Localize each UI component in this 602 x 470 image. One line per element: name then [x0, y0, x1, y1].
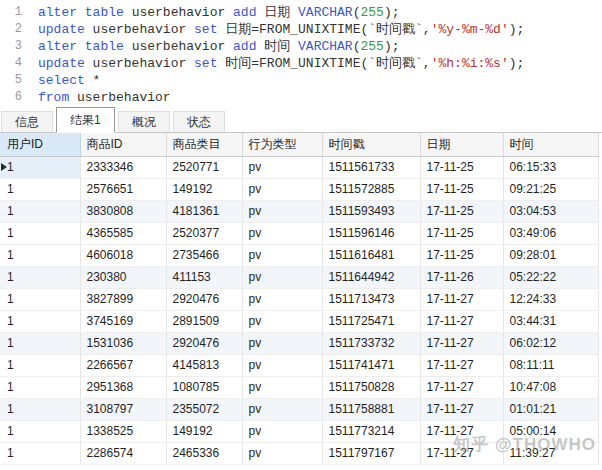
table-cell[interactable]: pv [242, 288, 322, 310]
table-row[interactable]: 138308084181361pv151159349317-11-2503:04… [0, 200, 598, 222]
table-row[interactable]: 122665674145813pv151174147117-11-2708:11… [0, 354, 598, 376]
table-cell[interactable]: 3830808 [80, 200, 166, 222]
table-cell[interactable]: 1511758881 [322, 398, 420, 420]
table-cell[interactable]: 17-11-27 [420, 376, 503, 398]
tab-概况[interactable]: 概况 [118, 111, 170, 132]
table-cell[interactable]: 1511561733 [322, 156, 420, 178]
table-cell[interactable]: 2333346 [80, 156, 166, 178]
tab-结果1[interactable]: 结果1 [56, 107, 115, 133]
table-cell[interactable]: 411153 [166, 266, 242, 288]
table-cell[interactable]: 06:15:33 [503, 156, 598, 178]
table-cell[interactable]: 17-11-25 [420, 244, 503, 266]
table-row[interactable]: 143655852520377pv151159614617-11-2503:49… [0, 222, 598, 244]
table-row[interactable]: 11338525149192pv151177321417-11-2705:00:… [0, 420, 598, 442]
table-cell[interactable]: 1 [0, 398, 80, 420]
table-cell[interactable]: 1 [0, 156, 80, 178]
table-cell[interactable]: 3745169 [80, 310, 166, 332]
table-cell[interactable]: 08:11:11 [503, 354, 598, 376]
table-cell[interactable]: 10:47:08 [503, 376, 598, 398]
table-cell[interactable]: 1511773214 [322, 420, 420, 442]
table-row[interactable]: 1230380411153pv151164494217-11-2605:22:2… [0, 266, 598, 288]
table-cell[interactable]: 1 [0, 244, 80, 266]
table-row[interactable]: 146060182735466pv151161648117-11-2509:28… [0, 244, 598, 266]
table-row[interactable]: 129513681080785pv151175082817-11-2710:47… [0, 376, 598, 398]
column-header-用户ID[interactable]: 用户ID [0, 133, 80, 156]
table-cell[interactable]: pv [242, 244, 322, 266]
table-row[interactable]: 12576651149192pv151157288517-11-2509:21:… [0, 178, 598, 200]
table-cell[interactable]: 2576651 [80, 178, 166, 200]
table-cell[interactable]: pv [242, 420, 322, 442]
table-cell[interactable]: 17-11-27 [420, 354, 503, 376]
table-cell[interactable]: 2920476 [166, 288, 242, 310]
table-cell[interactable]: pv [242, 222, 322, 244]
table-cell[interactable]: 1511713473 [322, 288, 420, 310]
table-cell[interactable]: 1511593493 [322, 200, 420, 222]
table-cell[interactable]: pv [242, 178, 322, 200]
table-cell[interactable]: 12:24:33 [503, 288, 598, 310]
table-cell[interactable]: 1338525 [80, 420, 166, 442]
table-cell[interactable]: 01:01:21 [503, 398, 598, 420]
table-cell[interactable]: 2355072 [166, 398, 242, 420]
table-cell[interactable]: 1511797167 [322, 442, 420, 464]
table-row[interactable]: 131087972355072pv151175888117-11-2701:01… [0, 398, 598, 420]
table-cell[interactable]: 05:22:22 [503, 266, 598, 288]
column-header-时间[interactable]: 时间 [503, 133, 598, 156]
table-cell[interactable]: 2891509 [166, 310, 242, 332]
table-cell[interactable]: pv [242, 354, 322, 376]
table-cell[interactable]: 2465336 [166, 442, 242, 464]
table-cell[interactable]: 1511725471 [322, 310, 420, 332]
table-cell[interactable]: 1 [0, 442, 80, 464]
table-row[interactable]: 137451692891509pv151172547117-11-2703:44… [0, 310, 598, 332]
table-cell[interactable]: 03:44:31 [503, 310, 598, 332]
table-cell[interactable]: 1 [0, 222, 80, 244]
table-cell[interactable]: 4606018 [80, 244, 166, 266]
column-header-日期[interactable]: 日期 [420, 133, 503, 156]
column-header-行为类型[interactable]: 行为类型 [242, 133, 322, 156]
table-cell[interactable]: pv [242, 156, 322, 178]
table-cell[interactable]: pv [242, 200, 322, 222]
table-cell[interactable]: 17-11-25 [420, 200, 503, 222]
table-cell[interactable]: 4145813 [166, 354, 242, 376]
table-cell[interactable]: 17-11-27 [420, 310, 503, 332]
table-cell[interactable]: 1 [0, 354, 80, 376]
table-cell[interactable]: 2266567 [80, 354, 166, 376]
table-row[interactable]: 138278992920476pv151171347317-11-2712:24… [0, 288, 598, 310]
table-cell[interactable]: 3827899 [80, 288, 166, 310]
sql-editor[interactable]: 1alter table userbehavior add 日期 VARCHAR… [0, 0, 602, 106]
table-cell[interactable]: 1511750828 [322, 376, 420, 398]
table-cell[interactable]: 1 [0, 288, 80, 310]
table-cell[interactable]: 11:39:27 [503, 442, 598, 464]
table-cell[interactable]: 2520377 [166, 222, 242, 244]
table-cell[interactable]: 17-11-27 [420, 288, 503, 310]
table-row[interactable]: 123333462520771pv151156173317-11-2506:15… [0, 156, 598, 178]
table-cell[interactable]: pv [242, 310, 322, 332]
column-header-时间戳[interactable]: 时间戳 [322, 133, 420, 156]
table-cell[interactable]: 1511733732 [322, 332, 420, 354]
table-cell[interactable]: 17-11-27 [420, 442, 503, 464]
table-cell[interactable]: 17-11-26 [420, 266, 503, 288]
table-cell[interactable]: 4181361 [166, 200, 242, 222]
table-cell[interactable]: 17-11-27 [420, 398, 503, 420]
tab-状态[interactable]: 状态 [173, 111, 225, 132]
table-cell[interactable]: pv [242, 266, 322, 288]
table-cell[interactable]: 1511572885 [322, 178, 420, 200]
table-cell[interactable]: 17-11-25 [420, 156, 503, 178]
table-cell[interactable]: 06:02:12 [503, 332, 598, 354]
table-cell[interactable]: 2735466 [166, 244, 242, 266]
table-cell[interactable]: 03:04:53 [503, 200, 598, 222]
table-cell[interactable]: 1511741471 [322, 354, 420, 376]
table-cell[interactable]: 1 [0, 376, 80, 398]
column-header-商品类目[interactable]: 商品类目 [166, 133, 242, 156]
tab-信息[interactable]: 信息 [1, 111, 53, 132]
table-row[interactable]: 122865742465336pv151179716717-11-2711:39… [0, 442, 598, 464]
table-cell[interactable]: 1531036 [80, 332, 166, 354]
table-cell[interactable]: 4365585 [80, 222, 166, 244]
table-cell[interactable]: 1511616481 [322, 244, 420, 266]
table-cell[interactable]: 1 [0, 178, 80, 200]
table-cell[interactable]: 149192 [166, 178, 242, 200]
column-header-商品ID[interactable]: 商品ID [80, 133, 166, 156]
table-cell[interactable]: 230380 [80, 266, 166, 288]
table-cell[interactable]: 05:00:14 [503, 420, 598, 442]
table-cell[interactable]: 2286574 [80, 442, 166, 464]
table-cell[interactable]: 03:49:06 [503, 222, 598, 244]
